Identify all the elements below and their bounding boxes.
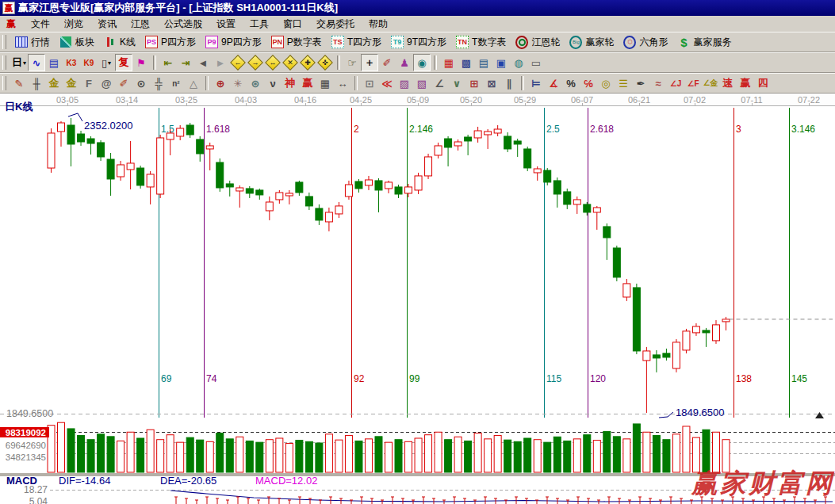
kline-button[interactable]: K线: [99, 33, 140, 51]
percent-eq-button[interactable]: ℅: [580, 74, 597, 92]
target-circle-button[interactable]: ⊕: [212, 74, 229, 92]
shaded-box-button[interactable]: ▨: [396, 74, 413, 92]
restore-rights-button[interactable]: 复: [115, 54, 132, 71]
kline-3-button[interactable]: K3: [63, 54, 80, 71]
n2-button[interactable]: n²: [167, 74, 185, 92]
percent-lines-button[interactable]: ν: [264, 74, 282, 92]
toolbar-grip[interactable]: [2, 76, 6, 90]
f-grid-button[interactable]: F: [80, 74, 98, 92]
gold-lines-button[interactable]: ☰: [615, 74, 632, 92]
spiral-button[interactable]: @: [98, 74, 115, 92]
angle-speed-button[interactable]: 速: [719, 74, 737, 92]
ink-pen-button[interactable]: ✒: [632, 74, 649, 92]
print-button[interactable]: ▭: [527, 54, 545, 71]
crosshair-button[interactable]: ＋: [361, 54, 378, 71]
shen-grid-button[interactable]: 神: [282, 74, 299, 92]
draw-pen-button[interactable]: ✎: [10, 74, 28, 92]
period-day-button[interactable]: 日▾: [10, 54, 28, 71]
menu-item-4[interactable]: 公式选股: [157, 16, 209, 32]
menu-item-9[interactable]: 帮助: [362, 16, 395, 32]
flag-button[interactable]: ⚑: [132, 54, 150, 71]
menu-item-5[interactable]: 设置: [209, 16, 243, 32]
toolbar-grip[interactable]: [2, 55, 6, 70]
angle-gold-button[interactable]: ∠金: [702, 74, 719, 92]
p-square-button[interactable]: PSP四方形: [140, 33, 201, 51]
num-grid-button[interactable]: ▦: [316, 74, 334, 92]
ying-grid-button[interactable]: 赢: [299, 74, 316, 92]
dark-grid-button[interactable]: ⊠: [483, 74, 500, 92]
last-page-button[interactable]: ⇥: [177, 54, 194, 71]
angle-ying-button[interactable]: 赢: [737, 74, 754, 92]
gann-plus-button[interactable]: ✚: [299, 54, 316, 71]
t-number-table-button[interactable]: TNT数字表: [451, 33, 511, 51]
angle-line-button[interactable]: ∠: [431, 74, 448, 92]
toolbar-grip[interactable]: [2, 35, 6, 49]
save-button[interactable]: ▣: [492, 54, 510, 71]
p-number-table-button[interactable]: PNP数字表: [266, 33, 327, 51]
brush-button[interactable]: ✐: [115, 74, 132, 92]
f10-info-button[interactable]: ▤: [45, 54, 63, 71]
ratio-button[interactable]: ⊨: [527, 74, 545, 92]
parallel-lines-button[interactable]: ∥: [500, 74, 518, 92]
menu-item-3[interactable]: 江恩: [124, 16, 157, 32]
compass-button[interactable]: △: [185, 74, 202, 92]
volume-bars-group[interactable]: [48, 422, 730, 472]
gold-wave-button[interactable]: ≈: [649, 74, 667, 92]
star-burst-button[interactable]: ✳: [229, 74, 247, 92]
gold-grid-button[interactable]: 金: [45, 74, 63, 92]
menu-item-0[interactable]: 文件: [24, 16, 57, 32]
next-button[interactable]: ►: [212, 54, 229, 71]
p9-square-button[interactable]: P99P四方形: [201, 33, 266, 51]
box-tool-button[interactable]: ⊡: [361, 74, 378, 92]
gann-wheel-button[interactable]: 江恩轮: [511, 33, 565, 51]
fan-lines-button[interactable]: ≪: [378, 74, 396, 92]
web-grid-button[interactable]: ⊛: [247, 74, 264, 92]
percent-angle-button[interactable]: ∡: [545, 74, 562, 92]
menu-item-2[interactable]: 资讯: [90, 16, 124, 32]
winner-service-button[interactable]: $赢家服务: [672, 33, 736, 51]
angle-j-button[interactable]: ∠J: [667, 74, 684, 92]
angle-f-button[interactable]: ∠F: [684, 74, 702, 92]
candle-style-button[interactable]: ▯▾: [98, 54, 115, 71]
hexagon-button[interactable]: ⬡六角形: [619, 33, 672, 51]
kline-chart-svg[interactable]: 03-0503-1403-2504-0304-1604-2505-0905-20…: [0, 94, 835, 504]
menu-item-8[interactable]: 交易委托: [309, 16, 362, 32]
t-square-button[interactable]: TST四方形: [327, 33, 386, 51]
pan-hand-button[interactable]: ☞: [343, 54, 361, 71]
clock-grid-button[interactable]: ⊙: [132, 74, 150, 92]
t9-square-button[interactable]: T99T四方形: [386, 33, 451, 51]
gann-hline-button[interactable]: ↔: [264, 54, 282, 71]
calendar-button[interactable]: ▦: [440, 54, 458, 71]
menu-item-7[interactable]: 窗口: [276, 16, 309, 32]
quotes-button[interactable]: 行情: [10, 33, 55, 51]
chart-area[interactable]: 03-0503-1403-2504-0304-1604-2505-0905-20…: [0, 94, 835, 504]
dense-grid-button[interactable]: ╬: [150, 74, 167, 92]
menu-item-6[interactable]: 工具: [243, 16, 276, 32]
kline-9-button[interactable]: K9: [80, 54, 98, 71]
gold-circle-button[interactable]: ◎: [597, 74, 615, 92]
zigzag-button[interactable]: ∨: [448, 74, 465, 92]
percent-button[interactable]: %: [562, 74, 580, 92]
grid-button[interactable]: ╫: [28, 74, 45, 92]
chip-distribution-button[interactable]: ♟: [396, 54, 413, 71]
notes-button[interactable]: ▤: [475, 54, 492, 71]
net-disk-button[interactable]: ◍: [510, 54, 527, 71]
calculator-button[interactable]: ▩: [458, 54, 475, 71]
width-arrows-button[interactable]: ↔: [334, 74, 351, 92]
gold-grid2-button[interactable]: 金: [63, 74, 80, 92]
trend-chart-button[interactable]: ∿: [28, 54, 45, 71]
candles-group[interactable]: [48, 118, 730, 413]
hatch-box-button[interactable]: ▧: [413, 74, 431, 92]
gann-left-button[interactable]: ←: [229, 54, 247, 71]
gann-model-button[interactable]: ◉: [413, 54, 431, 71]
first-page-button[interactable]: ⇤: [159, 54, 177, 71]
measure-button[interactable]: ✐: [378, 54, 396, 71]
menu-item-1[interactable]: 浏览: [57, 16, 90, 32]
gann-all-button[interactable]: ✜: [316, 54, 334, 71]
red-grid-button[interactable]: ⊞: [465, 74, 483, 92]
angle-four-button[interactable]: 四: [754, 74, 772, 92]
gann-right-button[interactable]: →: [247, 54, 264, 71]
prev-button[interactable]: ◄: [194, 54, 212, 71]
winner-wheel-button[interactable]: Big赢家轮: [565, 33, 619, 51]
gann-cross-button[interactable]: ✕: [282, 54, 299, 71]
